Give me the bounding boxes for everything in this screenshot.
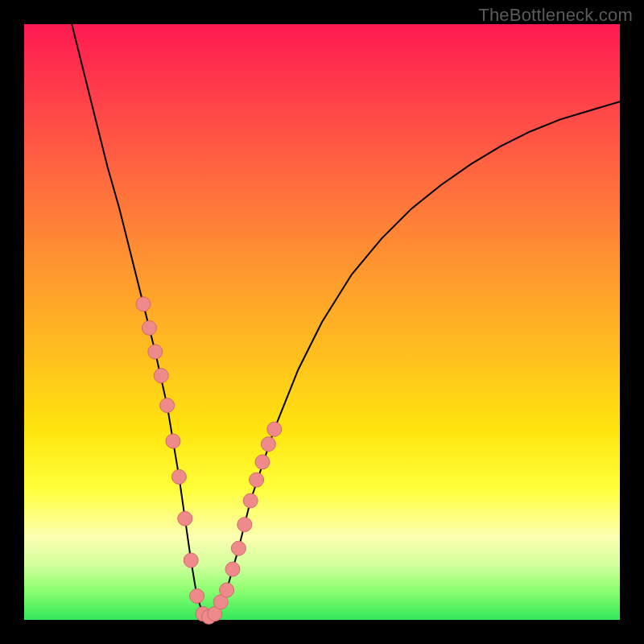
data-point [243,493,258,508]
data-point [154,369,168,383]
data-point [220,583,234,597]
plot-area [24,24,620,620]
data-point [250,473,264,487]
curve-svg [24,24,620,620]
data-point [142,320,156,335]
data-point [136,297,151,312]
data-point [255,455,270,469]
data-point [171,469,186,484]
data-point [237,518,252,532]
bottleneck-curve [72,24,620,617]
watermark-text: TheBottleneck.com [478,5,633,26]
data-point [184,553,198,568]
chart-frame: TheBottleneck.com [0,0,644,644]
data-point [178,511,192,526]
data-point [231,541,246,555]
data-point [160,398,175,413]
highlighted-points [136,297,282,625]
data-point [261,437,275,452]
data-point [166,434,180,448]
data-point [225,562,240,576]
data-point [148,345,163,359]
data-point [267,422,282,436]
data-point [190,588,204,603]
